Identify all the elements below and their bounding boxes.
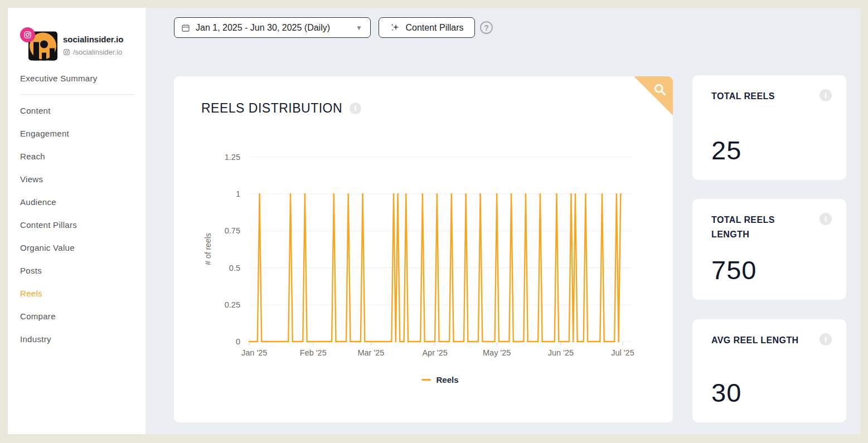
data-point-marker [405, 193, 407, 195]
data-point-marker [418, 341, 419, 343]
data-point-marker [389, 341, 390, 343]
data-point-marker [488, 341, 489, 343]
info-icon[interactable]: i [819, 333, 832, 345]
main-content: Jan 1, 2025 - Jun 30, 2025 (Daily) ▼ Con… [146, 8, 860, 434]
sidebar-item-label: Organic Value [20, 243, 75, 252]
sidebar-item-posts[interactable]: Posts [20, 259, 140, 282]
data-point-marker [408, 341, 409, 343]
data-point-marker [519, 341, 521, 343]
data-point-marker [440, 341, 442, 343]
data-point-marker [278, 341, 279, 343]
sidebar-item-organic-value[interactable]: Organic Value [20, 236, 140, 259]
data-point-marker [381, 341, 382, 343]
chart-zoom-button[interactable] [634, 76, 673, 115]
chevron-down-icon: ▼ [356, 24, 363, 32]
data-point-marker [482, 341, 483, 343]
data-point-marker [540, 193, 541, 195]
y-tick-label: 1.25 [225, 153, 240, 162]
data-point-marker [257, 341, 259, 343]
data-point-marker [478, 341, 479, 343]
data-point-marker [321, 341, 322, 343]
data-point-marker [494, 341, 496, 343]
sidebar-item-content-pillars[interactable]: Content Pillars [20, 213, 140, 236]
data-point-marker [250, 341, 252, 343]
sidebar-item-content[interactable]: Content [20, 99, 140, 122]
sidebar-item-label: Reels [20, 289, 42, 298]
data-point-marker [411, 341, 413, 343]
legend-swatch [421, 379, 431, 381]
x-tick-label: Jul '25 [611, 348, 634, 357]
info-icon[interactable]: i [819, 89, 832, 101]
sidebar-item-reach[interactable]: Reach [20, 145, 140, 168]
data-point-marker [569, 341, 570, 343]
data-point-marker [387, 341, 389, 343]
data-point-marker [259, 193, 260, 195]
sidebar-item-executive-summary[interactable]: Executive Summary [20, 67, 140, 90]
data-point-marker [463, 341, 465, 343]
data-point-marker [376, 341, 378, 343]
data-point-marker [265, 341, 266, 343]
sidebar-item-label: Executive Summary [20, 74, 97, 83]
data-point-marker [399, 341, 401, 343]
data-point-marker [430, 341, 431, 343]
data-point-marker [424, 341, 425, 343]
date-range-selector[interactable]: Jan 1, 2025 - Jun 30, 2025 (Daily) ▼ [174, 17, 371, 38]
x-tick-label: Apr '25 [422, 348, 448, 357]
data-point-marker [581, 341, 583, 343]
data-point-marker [599, 341, 601, 343]
x-tick-label: May '25 [483, 348, 511, 357]
data-point-marker [515, 341, 516, 343]
content-pillars-button[interactable]: Content Pillars [379, 17, 475, 38]
sidebar-item-engagement[interactable]: Engagement [20, 122, 140, 145]
sidebar-item-industry[interactable]: Industry [20, 328, 140, 350]
data-point-marker [605, 341, 607, 343]
data-point-marker [511, 193, 512, 195]
data-point-marker [537, 341, 539, 343]
data-point-marker [350, 341, 351, 343]
data-point-marker [603, 341, 605, 343]
data-point-marker [608, 341, 609, 343]
data-point-marker [525, 193, 527, 195]
legend-label: Reels [436, 375, 458, 384]
data-point-marker [535, 341, 537, 343]
data-point-marker [438, 341, 440, 343]
data-point-marker [455, 341, 457, 343]
stat-label: AVG REEL LENGTH [711, 333, 806, 348]
sidebar-item-reels[interactable]: Reels [20, 282, 140, 305]
legend-item-reels[interactable]: Reels [174, 375, 673, 384]
sidebar-item-audience[interactable]: Audience [20, 191, 140, 213]
data-point-marker [282, 341, 283, 343]
y-tick-label: 0.75 [225, 226, 240, 235]
reels-distribution-chart[interactable]: 00.250.50.7511.25Jan '25Feb '25Mar '25Ap… [187, 143, 650, 372]
data-point-marker [382, 341, 384, 343]
instagram-glyph-icon [23, 31, 32, 39]
help-button[interactable]: ? [480, 21, 493, 34]
data-point-marker [461, 341, 463, 343]
stat-value: 25 [711, 135, 741, 165]
data-point-marker [467, 341, 469, 343]
data-point-marker [457, 341, 459, 343]
data-point-marker [579, 341, 580, 343]
data-point-marker [595, 341, 597, 343]
data-point-marker [300, 341, 302, 343]
data-point-marker [484, 341, 486, 343]
data-point-marker [327, 341, 328, 343]
x-tick-label: Mar '25 [357, 348, 384, 357]
data-point-marker [479, 193, 481, 195]
sidebar-item-views[interactable]: Views [20, 168, 140, 191]
data-point-marker [476, 341, 477, 343]
data-point-marker [459, 341, 460, 343]
chart-info-icon[interactable]: i [350, 103, 361, 114]
data-point-marker [354, 341, 356, 343]
data-point-marker [576, 341, 578, 343]
data-point-marker [496, 193, 498, 195]
data-point-marker [279, 341, 281, 343]
data-point-marker [393, 193, 395, 195]
profile-handle-text: /socialinsider.io [73, 48, 122, 56]
data-point-marker [560, 341, 562, 343]
sidebar-item-compare[interactable]: Compare [20, 305, 140, 328]
info-icon[interactable]: i [819, 213, 832, 225]
data-point-marker [589, 341, 591, 343]
x-tick-label: Jan '25 [241, 348, 267, 357]
sidebar: socialinsider.io /socialinsider.io Execu… [8, 8, 146, 434]
